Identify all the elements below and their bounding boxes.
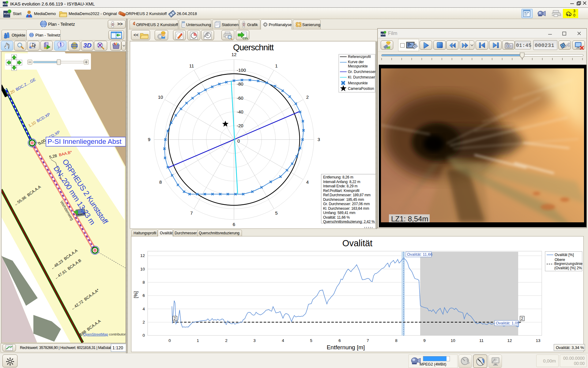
svg-text:6: 6 — [233, 222, 235, 227]
svg-text:P-SI Innenliegende Abst: P-SI Innenliegende Abst — [47, 138, 122, 145]
svg-text:12: 12 — [507, 338, 512, 343]
svg-text:11: 11 — [189, 63, 194, 68]
svg-text:3: 3 — [253, 338, 256, 343]
svg-text:0: 0 — [237, 138, 240, 144]
svg-text:-100: -100 — [237, 67, 246, 73]
svg-text:Durchmesser: 185,45 mm: Durchmesser: 185,45 mm — [323, 197, 364, 202]
svg-text:(Ovalität) [%] 2%: (Ovalität) [%] 2% — [554, 266, 582, 270]
svg-text:1: 1 — [197, 338, 199, 343]
svg-text:-80: -80 — [237, 81, 243, 86]
svg-text:1: 1 — [275, 63, 277, 68]
svg-text:3: 3 — [318, 137, 320, 142]
svg-text:-20: -20 — [237, 123, 243, 128]
svg-text:Begrenzungslinie: Begrenzungslinie — [554, 262, 582, 266]
svg-text:IKAS: IKAS — [381, 33, 386, 35]
svg-text:10: 10 — [450, 338, 455, 343]
svg-text:2: 2 — [142, 320, 145, 324]
svg-text:9: 9 — [423, 338, 426, 343]
svg-text:Ovalität: Ovalität — [342, 238, 372, 248]
svg-text:Ovalität: 11,66: Ovalität: 11,66 — [407, 252, 432, 257]
svg-text:Querschnitt: Querschnitt — [233, 43, 274, 52]
svg-text:CSV: CSV — [243, 37, 248, 40]
svg-text:7: 7 — [367, 338, 369, 343]
svg-text:Gr. Durchmesser: 207,06 mm: Gr. Durchmesser: 207,06 mm — [323, 202, 370, 206]
svg-text:-60: -60 — [237, 95, 243, 101]
svg-text:Ovalität: 11,66 %: Ovalität: 11,66 % — [323, 215, 350, 220]
svg-text:8: 8 — [395, 338, 398, 343]
svg-text:0: 0 — [142, 333, 145, 338]
svg-text:4: 4 — [142, 307, 145, 311]
svg-text:© OpenStreetMap contributors: © OpenStreetMap contributors — [80, 332, 126, 336]
svg-text:6: 6 — [142, 293, 145, 298]
svg-text:4: 4 — [306, 179, 309, 185]
svg-text:Ref.Profilart: Kreisprofil: Ref.Profilart: Kreisprofil — [323, 189, 359, 193]
svg-text:Kl. Durchmesser: Kl. Durchmesser — [348, 75, 375, 79]
svg-text:Intervall Ende: 8,29 m: Intervall Ende: 8,29 m — [323, 184, 358, 188]
svg-text:Querschnittsreduzierung: 2,42: Querschnittsreduzierung: 2,42 % — [323, 220, 375, 224]
svg-text:9: 9 — [148, 137, 150, 142]
svg-text:7: 7 — [190, 210, 193, 216]
svg-text:evolution: evolution — [4, 15, 9, 17]
svg-text:2: 2 — [306, 94, 309, 100]
svg-text:Ovalität [%]: Ovalität [%] — [555, 253, 574, 257]
svg-text:Ovalität: 1,05: Ovalität: 1,05 — [496, 321, 519, 325]
svg-text:Messpunkte: Messpunkte — [348, 81, 368, 85]
svg-text:Intervall Anfang: 8,22 m: Intervall Anfang: 8,22 m — [323, 180, 360, 184]
svg-text:5: 5 — [275, 210, 277, 216]
svg-text:6: 6 — [338, 338, 341, 343]
svg-text:-40: -40 — [237, 109, 243, 114]
svg-text:Entfernung [m]: Entfernung [m] — [327, 344, 365, 351]
svg-text:Referenzprofil: Referenzprofil — [348, 55, 371, 59]
svg-text:12: 12 — [232, 52, 237, 57]
svg-text:0: 0 — [168, 338, 171, 343]
svg-text:10: 10 — [140, 267, 145, 271]
svg-text:Gr. Durchmesser: Gr. Durchmesser — [348, 70, 375, 74]
svg-text:CameraPosition: CameraPosition — [348, 86, 374, 91]
svg-text:11: 11 — [479, 338, 484, 343]
svg-text:IKAS: IKAS — [3, 3, 8, 5]
svg-text:2: 2 — [521, 316, 523, 321]
svg-text:Obere: Obere — [555, 258, 565, 262]
svg-text:Kurve der: Kurve der — [348, 60, 364, 64]
svg-text:LZ1: 8,54m: LZ1: 8,54m — [391, 215, 428, 222]
svg-text:Kl. Durchmesser: 163,64 mm: Kl. Durchmesser: 163,64 mm — [323, 206, 369, 211]
svg-text:4: 4 — [282, 338, 284, 343]
svg-text:8: 8 — [159, 179, 162, 185]
svg-text:10: 10 — [158, 94, 163, 100]
svg-text:Ref.Durchmesser: 189,87 mm: Ref.Durchmesser: 189,87 mm — [323, 193, 371, 197]
svg-text:Umfang: 589,41 mm: Umfang: 589,41 mm — [323, 211, 356, 215]
svg-text:2: 2 — [225, 338, 228, 343]
svg-text:5: 5 — [310, 338, 312, 343]
svg-text:[%]: [%] — [133, 291, 138, 298]
svg-text:8: 8 — [142, 280, 145, 285]
svg-text:2: 2 — [174, 316, 176, 321]
svg-text:Entfernung: 8,26 m: Entfernung: 8,26 m — [323, 175, 353, 179]
svg-text:13: 13 — [536, 338, 540, 343]
svg-text:Messpunkte: Messpunkte — [348, 64, 368, 68]
svg-text:12: 12 — [140, 253, 145, 258]
